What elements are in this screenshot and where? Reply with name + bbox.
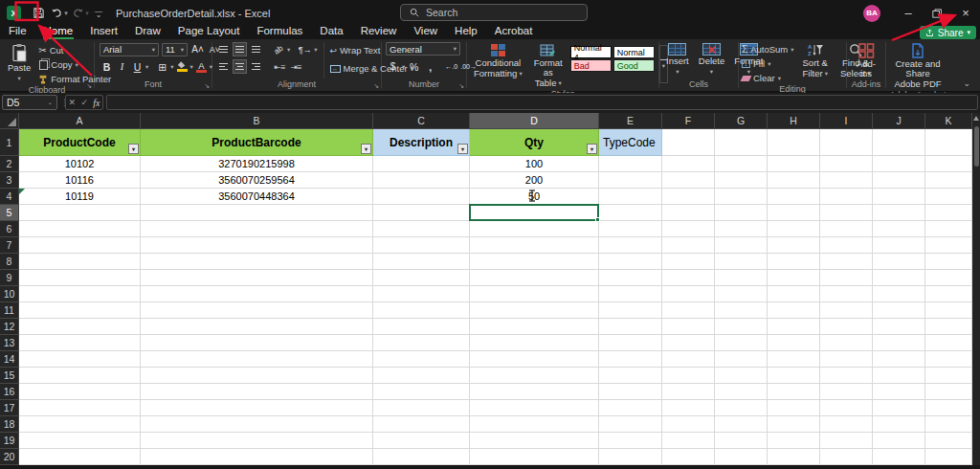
row-header-14[interactable]: 14 <box>0 351 19 368</box>
cell-I9[interactable] <box>820 270 873 286</box>
middle-align-button[interactable] <box>233 42 247 56</box>
cell-F9[interactable] <box>662 270 715 286</box>
cell-K19[interactable] <box>925 433 972 449</box>
cell-H10[interactable] <box>768 286 820 302</box>
cell-K8[interactable] <box>925 254 972 270</box>
column-header-A[interactable]: A <box>19 113 141 129</box>
cell-K15[interactable] <box>925 368 972 384</box>
cell-F13[interactable] <box>662 335 715 351</box>
tab-review[interactable]: Review <box>352 25 406 39</box>
cell-H16[interactable] <box>768 384 820 400</box>
cell-A7[interactable] <box>19 237 141 254</box>
cell-B10[interactable] <box>141 286 373 302</box>
cell-A18[interactable] <box>19 416 141 433</box>
cell-C3[interactable] <box>373 172 470 189</box>
cell-D11[interactable] <box>470 302 599 319</box>
cell-G2[interactable] <box>715 156 768 172</box>
cell-K18[interactable] <box>925 416 972 433</box>
cell-D7[interactable] <box>470 237 599 254</box>
cell-A16[interactable] <box>19 384 141 400</box>
align-right-button[interactable] <box>249 59 263 74</box>
cell-B20[interactable] <box>141 449 373 465</box>
font-size-combo[interactable]: 11 ▾ <box>162 43 188 56</box>
insert-function-button[interactable]: fx <box>93 98 100 108</box>
cell-D6[interactable] <box>470 221 599 237</box>
bold-button[interactable]: B <box>100 59 114 74</box>
column-header-K[interactable]: K <box>925 113 972 129</box>
cell-I2[interactable] <box>820 156 873 172</box>
cell-style-normal-4[interactable]: Normal 4 <box>570 46 612 58</box>
cell-J12[interactable] <box>873 319 925 335</box>
header-cell-E1[interactable]: TypeCode <box>599 129 662 156</box>
cell-K1[interactable] <box>925 129 972 156</box>
cell-H15[interactable] <box>768 368 820 384</box>
tab-file[interactable]: File <box>0 25 35 39</box>
cell-B8[interactable] <box>141 254 373 270</box>
cell-F8[interactable] <box>662 254 715 270</box>
cell-J8[interactable] <box>873 254 925 270</box>
filter-button-C[interactable]: ▾ <box>457 144 468 154</box>
cell-C13[interactable] <box>373 335 470 351</box>
cell-B3[interactable]: 3560070259564 <box>141 172 373 189</box>
cell-J19[interactable] <box>873 433 925 449</box>
cell-E7[interactable] <box>599 237 662 254</box>
cell-H1[interactable] <box>768 129 820 156</box>
cell-G15[interactable] <box>715 368 768 384</box>
cell-G7[interactable] <box>715 237 768 254</box>
row-header-3[interactable]: 3 <box>0 172 19 189</box>
increase-font-size-button[interactable]: A˄ <box>190 42 205 56</box>
cell-G20[interactable] <box>715 449 768 465</box>
cell-J5[interactable] <box>873 205 925 221</box>
comma-button[interactable]: , <box>423 59 437 74</box>
paste-caret[interactable]: ▾ <box>18 74 21 83</box>
cell-J7[interactable] <box>873 237 925 254</box>
cell-J4[interactable] <box>873 189 925 205</box>
cell-G10[interactable] <box>715 286 768 302</box>
cell-E9[interactable] <box>599 270 662 286</box>
filter-button-D[interactable]: ▾ <box>587 144 597 154</box>
row-header-19[interactable]: 19 <box>0 433 19 449</box>
cell-style-good[interactable]: Good <box>613 59 655 72</box>
cell-A10[interactable] <box>19 286 141 302</box>
customize-quick-access-toolbar-button[interactable]: — ⌄ <box>95 10 102 17</box>
cell-A12[interactable] <box>19 319 141 335</box>
row-header-13[interactable]: 13 <box>0 335 19 351</box>
cell-H6[interactable] <box>768 221 820 237</box>
row-header-4[interactable]: 4 <box>0 189 19 205</box>
cell-K6[interactable] <box>925 221 972 237</box>
cell-J1[interactable] <box>873 129 925 156</box>
format-as-table-button[interactable]: Format as Table▾ <box>530 42 567 89</box>
cell-B9[interactable] <box>141 270 373 286</box>
tab-acrobat[interactable]: Acrobat <box>486 25 542 39</box>
cell-F10[interactable] <box>662 286 715 302</box>
cell-C12[interactable] <box>373 319 470 335</box>
cell-I5[interactable] <box>820 205 873 221</box>
column-header-F[interactable]: F <box>662 113 715 129</box>
borders-caret[interactable]: ▾ <box>170 63 173 71</box>
cell-C18[interactable] <box>373 416 470 433</box>
create-share-pdf-button[interactable]: Create and Share Adobe PDF <box>886 42 949 90</box>
tab-insert[interactable]: Insert <box>81 25 126 39</box>
scrollbar-thumb[interactable] <box>974 126 979 167</box>
percent-button[interactable]: % <box>407 59 421 74</box>
tab-data[interactable]: Data <box>311 25 351 39</box>
cell-E11[interactable] <box>599 302 662 319</box>
cell-C11[interactable] <box>373 302 470 319</box>
cell-E5[interactable] <box>599 205 662 221</box>
cell-E19[interactable] <box>599 433 662 449</box>
row-header-12[interactable]: 12 <box>0 319 19 335</box>
cell-H20[interactable] <box>768 449 820 465</box>
cell-E4[interactable] <box>599 189 662 205</box>
cell-A11[interactable] <box>19 302 141 319</box>
text-direction-button[interactable]: ¶→ <box>298 42 312 56</box>
confirm-entry-button[interactable]: ✓ <box>80 98 88 107</box>
cell-J14[interactable] <box>873 351 925 368</box>
cell-C14[interactable] <box>373 351 470 368</box>
tab-draw[interactable]: Draw <box>126 25 169 39</box>
currency-button[interactable]: $ <box>386 59 400 74</box>
cell-K9[interactable] <box>925 270 972 286</box>
row-header-1[interactable]: 1 <box>0 129 19 156</box>
cell-E3[interactable] <box>599 172 662 189</box>
paste-button[interactable]: Paste ▾ <box>4 42 34 84</box>
cell-J10[interactable] <box>873 286 925 302</box>
